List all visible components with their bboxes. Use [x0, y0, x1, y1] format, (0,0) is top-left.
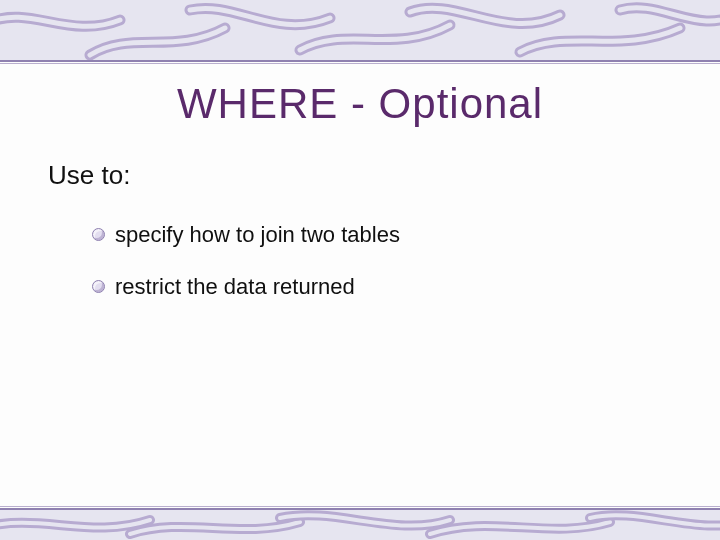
bottom-decorative-band [0, 510, 720, 540]
bullet-icon [92, 228, 105, 241]
top-swirl-pattern [0, 0, 720, 60]
top-rule-thin [0, 63, 720, 64]
bottom-swirl-pattern [0, 510, 720, 540]
bullet-icon [92, 280, 105, 293]
top-rule [0, 60, 720, 62]
intro-text: Use to: [48, 160, 130, 191]
slide: WHERE - Optional Use to: specify how to … [0, 0, 720, 540]
bottom-rule-thin [0, 506, 720, 507]
bullet-text: restrict the data returned [115, 274, 355, 299]
bullet-item: specify how to join two tables [92, 222, 400, 248]
bullet-item: restrict the data returned [92, 274, 355, 300]
slide-title: WHERE - Optional [0, 80, 720, 128]
top-decorative-band [0, 0, 720, 60]
bullet-text: specify how to join two tables [115, 222, 400, 247]
